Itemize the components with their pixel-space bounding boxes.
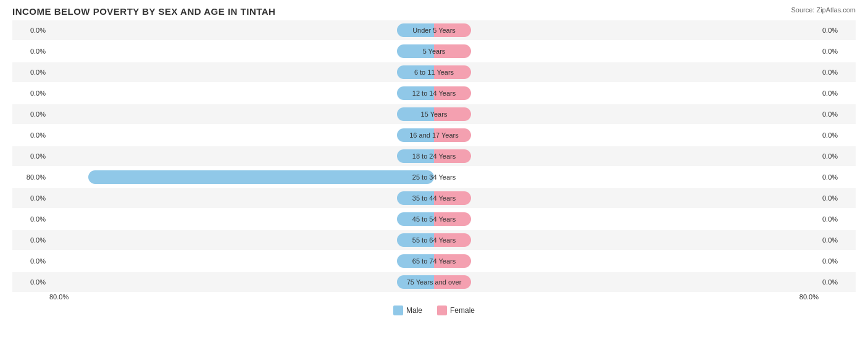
male-bar [397, 191, 434, 205]
left-value: 0.0% [12, 69, 49, 76]
female-bar [434, 128, 471, 142]
left-value: 0.0% [12, 278, 49, 286]
male-bar-container [49, 212, 434, 226]
right-value: 0.0% [819, 110, 856, 118]
male-bar-container [49, 233, 434, 247]
right-value: 0.0% [819, 257, 856, 265]
male-bar [397, 233, 434, 247]
male-bar [88, 170, 434, 184]
bar-section: 75 Years and over [49, 272, 819, 292]
female-bar [434, 23, 471, 37]
right-value: 0.0% [819, 278, 856, 286]
chart-title: INCOME BELOW POVERTY BY SEX AND AGE IN T… [12, 6, 856, 17]
chart-row: 0.0%45 to 54 Years0.0% [12, 209, 856, 229]
right-value: 0.0% [819, 173, 856, 181]
left-value: 80.0% [12, 173, 49, 181]
female-bar [434, 275, 471, 289]
male-bar-container [49, 254, 434, 268]
female-bar [434, 212, 471, 226]
right-value: 0.0% [819, 131, 856, 139]
bar-section: 6 to 11 Years [49, 62, 819, 82]
legend-male-box [393, 306, 403, 315]
left-value: 0.0% [12, 27, 49, 34]
male-bar-container [49, 128, 434, 142]
male-bar [397, 65, 434, 79]
chart-row: 0.0%65 to 74 Years0.0% [12, 251, 856, 271]
female-bar-container [434, 170, 819, 184]
legend: Male Female [12, 306, 856, 315]
female-bar-container [434, 107, 819, 121]
bar-section: 55 to 64 Years [49, 230, 819, 250]
chart-container: INCOME BELOW POVERTY BY SEX AND AGE IN T… [0, 0, 868, 345]
right-value: 0.0% [819, 69, 856, 76]
left-value: 0.0% [12, 131, 49, 139]
chart-row: 0.0%12 to 14 Years0.0% [12, 83, 856, 103]
female-bar [434, 149, 471, 163]
bar-section: 35 to 44 Years [49, 188, 819, 208]
right-value: 0.0% [819, 236, 856, 244]
legend-male: Male [393, 306, 422, 315]
bar-section: Under 5 Years [49, 20, 819, 40]
female-bar [434, 233, 471, 247]
male-bar [397, 254, 434, 268]
chart-row: 0.0%15 Years0.0% [12, 104, 856, 124]
chart-row: 80.0%25 to 34 Years0.0% [12, 167, 856, 187]
male-bar-container [49, 275, 434, 289]
male-bar-container [49, 107, 434, 121]
right-value: 0.0% [819, 215, 856, 223]
male-bar-container [49, 191, 434, 205]
male-bar [397, 44, 434, 58]
left-value: 0.0% [12, 257, 49, 265]
male-bar [397, 23, 434, 37]
male-bar [397, 212, 434, 226]
female-bar [434, 107, 471, 121]
male-bar [397, 107, 434, 121]
left-value: 0.0% [12, 110, 49, 118]
female-bar-container [434, 212, 819, 226]
female-bar [434, 65, 471, 79]
male-bar-container [49, 44, 434, 58]
female-bar [434, 191, 471, 205]
bar-section: 16 and 17 Years [49, 125, 819, 145]
male-bar-container [49, 65, 434, 79]
legend-female: Female [437, 306, 475, 315]
male-bar-container [49, 23, 434, 37]
male-bar [397, 86, 434, 100]
bar-section: 45 to 54 Years [49, 209, 819, 229]
chart-row: 0.0%18 to 24 Years0.0% [12, 146, 856, 166]
female-bar-container [434, 254, 819, 268]
male-bar-container [49, 170, 434, 184]
bar-section: 65 to 74 Years [49, 251, 819, 271]
legend-female-box [437, 306, 447, 315]
bottom-left-value: 80.0% [49, 293, 69, 301]
female-bar-container [434, 23, 819, 37]
bar-section: 25 to 34 Years [49, 167, 819, 187]
male-bar-container [49, 149, 434, 163]
right-value: 0.0% [819, 194, 856, 202]
male-bar [397, 128, 434, 142]
female-bar-container [434, 65, 819, 79]
female-bar-container [434, 128, 819, 142]
bar-section: 5 Years [49, 41, 819, 61]
chart-row: 0.0%35 to 44 Years0.0% [12, 188, 856, 208]
right-value: 0.0% [819, 27, 856, 34]
female-bar [434, 44, 471, 58]
right-value: 0.0% [819, 152, 856, 160]
bar-section: 18 to 24 Years [49, 146, 819, 166]
male-bar [397, 149, 434, 163]
bottom-right-value: 80.0% [799, 293, 819, 301]
left-value: 0.0% [12, 215, 49, 223]
female-bar-container [434, 44, 819, 58]
left-value: 0.0% [12, 48, 49, 55]
right-value: 0.0% [819, 48, 856, 55]
male-bar [397, 275, 434, 289]
right-value: 0.0% [819, 89, 856, 97]
left-value: 0.0% [12, 89, 49, 97]
female-bar-container [434, 149, 819, 163]
chart-row: 0.0%5 Years0.0% [12, 41, 856, 61]
bottom-values: 80.0% 80.0% [12, 292, 856, 302]
chart-row: 0.0%6 to 11 Years0.0% [12, 62, 856, 82]
female-bar [434, 254, 471, 268]
female-bar-container [434, 86, 819, 100]
left-value: 0.0% [12, 152, 49, 160]
